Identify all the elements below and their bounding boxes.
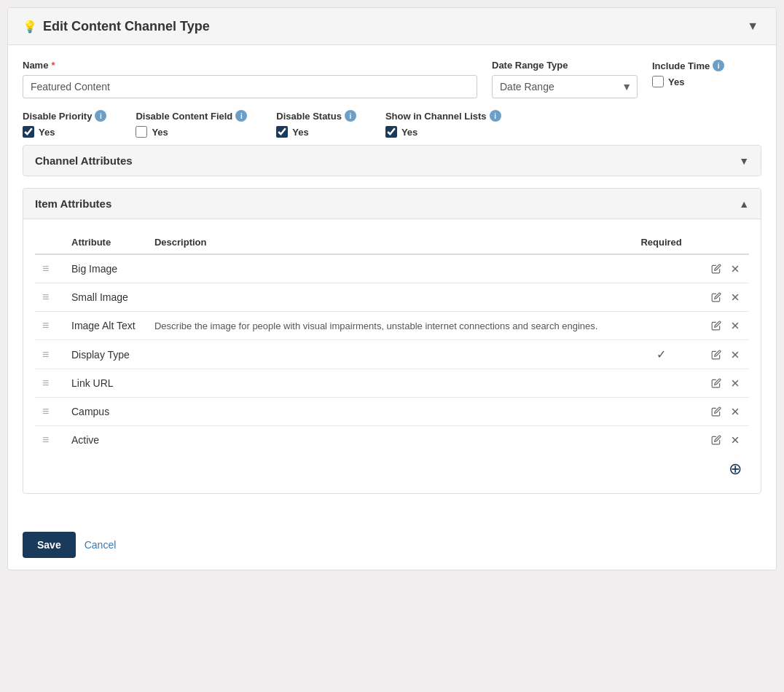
include-time-group: Include Time i Yes	[652, 60, 761, 87]
disable-content-field-group: Disable Content Field i Yes	[136, 110, 247, 138]
col-drag	[35, 231, 64, 254]
edit-attribute-button[interactable]	[710, 433, 723, 447]
delete-attribute-button[interactable]	[729, 348, 742, 361]
drag-handle-icon[interactable]: ≡	[42, 319, 49, 331]
col-attribute: Attribute	[64, 231, 147, 254]
attribute-name: Big Image	[71, 263, 117, 275]
channel-attributes-header[interactable]: Channel Attributes ▼	[23, 146, 761, 176]
required-check-icon: ✓	[656, 347, 666, 361]
disable-priority-label: Disable Priority i	[23, 110, 106, 122]
delete-attribute-button[interactable]	[729, 405, 742, 418]
checkboxes-row: Disable Priority i Yes Disable Content F…	[23, 110, 761, 138]
pencil-icon	[711, 350, 721, 360]
item-attributes-header[interactable]: Item Attributes ▲	[23, 189, 761, 219]
attribute-name: Link URL	[71, 377, 114, 389]
disable-content-field-info-icon[interactable]: i	[235, 110, 247, 122]
drag-handle-icon[interactable]: ≡	[42, 405, 49, 417]
disable-status-info-icon[interactable]: i	[345, 110, 356, 122]
times-icon	[730, 406, 740, 417]
times-icon	[730, 292, 740, 302]
disable-status-group: Disable Status i Yes	[276, 110, 356, 138]
page-title: Edit Content Channel Type	[43, 19, 210, 34]
channel-attributes-panel: Channel Attributes ▼	[23, 145, 761, 176]
action-icons	[698, 377, 742, 390]
show-in-channel-lists-checkbox[interactable]	[385, 126, 397, 138]
include-time-yes-label: Yes	[668, 76, 684, 87]
edit-attribute-button[interactable]	[710, 377, 723, 390]
delete-attribute-button[interactable]	[729, 262, 742, 275]
drag-handle-icon[interactable]: ≡	[42, 262, 49, 275]
disable-content-field-label: Disable Content Field i	[136, 110, 247, 122]
delete-attribute-button[interactable]	[729, 433, 742, 447]
pencil-icon	[711, 292, 721, 302]
pencil-icon	[711, 378, 721, 388]
disable-status-yes-label: Yes	[292, 127, 308, 138]
add-attribute-button[interactable]: ⊕	[729, 460, 742, 479]
times-icon	[730, 350, 740, 360]
name-field-group: Name*	[23, 60, 477, 98]
attribute-name: Small Image	[71, 291, 128, 303]
drag-handle-icon[interactable]: ≡	[42, 291, 49, 303]
edit-attribute-button[interactable]	[710, 348, 723, 361]
name-label: Name*	[23, 60, 477, 71]
disable-priority-checkbox-item: Yes	[23, 126, 106, 138]
attribute-name: Display Type	[71, 349, 130, 361]
attribute-name: Image Alt Text	[71, 320, 136, 331]
add-attribute-row: ⊕	[35, 454, 749, 481]
action-icons	[698, 291, 742, 304]
disable-status-label: Disable Status i	[276, 110, 356, 122]
item-attributes-panel: Item Attributes ▲ Attribute Description …	[23, 188, 761, 494]
drag-handle-icon[interactable]: ≡	[42, 433, 49, 446]
delete-attribute-button[interactable]	[729, 377, 742, 390]
times-icon	[730, 321, 740, 331]
date-range-type-label: Date Range Type	[492, 60, 638, 71]
delete-attribute-button[interactable]	[729, 291, 742, 304]
drag-handle-icon[interactable]: ≡	[42, 377, 49, 389]
edit-attribute-button[interactable]	[710, 291, 723, 304]
attributes-table: Attribute Description Required ≡ Big Ima…	[35, 231, 749, 454]
page-container: 💡 Edit Content Channel Type ▼ Name* Date…	[7, 7, 777, 570]
name-input[interactable]	[23, 75, 477, 98]
cancel-button[interactable]: Cancel	[85, 539, 117, 551]
pencil-icon	[711, 321, 721, 331]
times-icon	[730, 435, 740, 445]
show-in-channel-lists-info-icon[interactable]: i	[490, 110, 501, 122]
table-row: ≡ Small Image	[35, 283, 749, 312]
table-row: ≡ Campus	[35, 398, 749, 426]
include-time-checkbox-item: Yes	[652, 76, 761, 87]
disable-status-checkbox[interactable]	[276, 126, 288, 138]
header-collapse-button[interactable]: ▼	[744, 17, 761, 36]
save-button[interactable]: Save	[23, 532, 76, 558]
disable-status-checkbox-item: Yes	[276, 126, 356, 138]
lightbulb-icon: 💡	[23, 20, 37, 34]
table-row: ≡ Display Type ✓	[35, 340, 749, 369]
date-range-type-select[interactable]: Date Range Date Only Time Only None	[492, 75, 638, 98]
include-time-info-icon[interactable]: i	[713, 60, 724, 71]
edit-attribute-button[interactable]	[710, 262, 723, 275]
channel-attributes-chevron: ▼	[739, 155, 749, 167]
show-in-channel-lists-yes-label: Yes	[401, 127, 418, 138]
disable-content-field-yes-label: Yes	[152, 127, 168, 138]
show-in-channel-lists-checkbox-item: Yes	[385, 126, 501, 138]
page-header: 💡 Edit Content Channel Type ▼	[8, 8, 776, 45]
disable-priority-info-icon[interactable]: i	[95, 110, 106, 122]
top-form-row: Name* Date Range Type Date Range Date On…	[23, 60, 761, 98]
date-range-select-wrapper: Date Range Date Only Time Only None ▼	[492, 75, 638, 98]
times-icon	[730, 378, 740, 388]
edit-attribute-button[interactable]	[710, 405, 723, 418]
show-in-channel-lists-group: Show in Channel Lists i Yes	[385, 110, 501, 138]
delete-attribute-button[interactable]	[729, 319, 742, 332]
item-attributes-body: Attribute Description Required ≡ Big Ima…	[23, 219, 761, 493]
item-attributes-chevron: ▲	[739, 198, 749, 210]
disable-content-field-checkbox[interactable]	[136, 126, 147, 138]
action-icons	[698, 348, 742, 361]
drag-handle-icon[interactable]: ≡	[42, 348, 49, 361]
channel-attributes-title: Channel Attributes	[35, 154, 133, 167]
include-time-checkbox[interactable]	[652, 76, 664, 87]
edit-attribute-button[interactable]	[710, 319, 723, 332]
pencil-icon	[711, 435, 721, 445]
col-actions	[691, 231, 749, 254]
col-required: Required	[632, 231, 691, 254]
table-row: ≡ Link URL	[35, 369, 749, 398]
disable-priority-checkbox[interactable]	[23, 126, 34, 138]
